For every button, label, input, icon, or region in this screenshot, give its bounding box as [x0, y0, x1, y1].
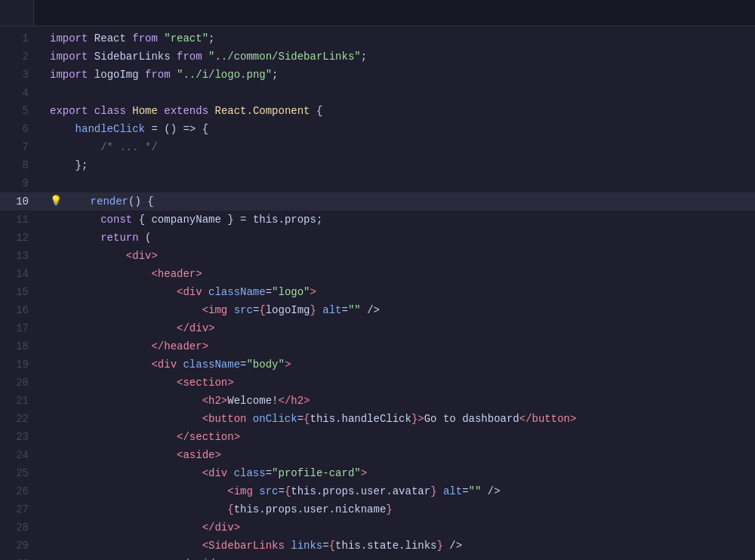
code-line: handleClick = () => {	[38, 120, 755, 138]
token-plain	[246, 410, 252, 428]
line-number: 4	[0, 84, 38, 102]
line-number: 9	[0, 174, 38, 192]
code-line: import SidebarLinks from "../common/Side…	[38, 48, 755, 66]
token-attr: src	[234, 301, 253, 319]
token-brace: {	[259, 301, 265, 319]
code-line: </section>	[38, 428, 755, 446]
line-number: 15	[0, 283, 38, 301]
token-fn: handleClick	[76, 120, 145, 138]
code-content[interactable]: import React from "react";import Sidebar…	[38, 26, 755, 560]
line-number: 2	[0, 48, 38, 66]
token-cm: /* ... */	[100, 138, 158, 156]
token-plain	[50, 555, 177, 560]
token-kw: class	[94, 102, 126, 120]
token-tag: </div	[202, 518, 234, 537]
token-attr: alt	[322, 301, 341, 319]
token-plain: = () => {	[145, 120, 208, 138]
token-attr: className	[208, 283, 266, 301]
token-tag: <div	[177, 283, 202, 301]
token-tag: >	[214, 446, 220, 464]
code-line: export class Home extends React.Componen…	[38, 102, 755, 120]
token-attr: className	[183, 355, 240, 374]
token-tag: <button	[202, 410, 247, 428]
token-plain	[50, 537, 202, 555]
line-number: 10	[0, 192, 38, 211]
token-str: "react"	[164, 29, 208, 48]
token-tag: <aside	[177, 446, 214, 464]
token-plain	[208, 102, 214, 120]
token-tag: </header	[151, 337, 202, 355]
token-kw: const	[100, 211, 132, 229]
token-plain	[227, 464, 233, 482]
token-plain	[158, 29, 164, 48]
token-plain	[50, 410, 202, 428]
token-str: "../common/SidebarLinks"	[208, 48, 361, 66]
token-attr: onClick	[253, 410, 297, 428]
line-number: 19	[0, 355, 38, 374]
code-line: <div>	[38, 247, 755, 265]
code-line: /* ... */	[38, 138, 755, 156]
code-line: import React from "react";	[38, 29, 755, 48]
token-plain	[50, 500, 227, 518]
line-number: 21	[0, 392, 38, 410]
token-tag: >	[361, 464, 367, 482]
token-plain: =	[240, 355, 246, 374]
line-number: 14	[0, 265, 38, 283]
token-plain: this.handleClick	[310, 410, 411, 428]
token-plain: Go to dashboard	[424, 410, 519, 428]
token-plain: =	[266, 283, 272, 301]
code-line: <div className="logo">	[38, 283, 755, 301]
token-plain	[50, 247, 126, 265]
token-plain: =	[278, 482, 284, 500]
token-plain: this.props.user.nickname	[234, 500, 387, 518]
line-number: 13	[0, 247, 38, 265]
code-line: const { companyName } = this.props;	[38, 211, 755, 229]
token-plain	[285, 537, 291, 555]
token-plain	[50, 337, 151, 355]
token-plain: Welcome!	[227, 392, 278, 410]
line-number: 16	[0, 301, 38, 319]
token-tag: <div	[202, 464, 228, 482]
code-line: <div class="profile-card">	[38, 464, 755, 482]
token-tag: >	[285, 355, 291, 374]
code-line: {this.props.user.nickname}	[38, 500, 755, 518]
token-tag: >	[304, 392, 310, 410]
code-line: <aside>	[38, 446, 755, 464]
file-tab[interactable]	[0, 0, 34, 26]
token-tag: <div	[126, 247, 152, 265]
token-str: ""	[348, 301, 361, 319]
code-line: <SidebarLinks links={this.state.links} /…	[38, 537, 755, 555]
token-plain: .	[247, 102, 253, 120]
token-plain: this	[253, 211, 279, 229]
token-class-name: React	[214, 102, 246, 120]
token-kw: import	[50, 29, 88, 48]
line-number: 26	[0, 482, 38, 500]
token-tag: >	[234, 428, 240, 446]
code-line: <img src={logoImg} alt="" />	[38, 301, 755, 319]
token-plain: (	[139, 229, 152, 247]
line-number: 3	[0, 66, 38, 84]
line-number: 27	[0, 500, 38, 518]
token-plain	[50, 392, 202, 410]
token-tag: </button	[519, 410, 570, 428]
line-number: 29	[0, 537, 38, 555]
code-area: 1234567891011121314151617181920212223242…	[0, 26, 755, 560]
lightbulb-icon[interactable]: 💡	[50, 192, 62, 211]
token-brace: }	[411, 410, 418, 428]
token-plain	[50, 464, 202, 482]
token-plain	[158, 102, 164, 120]
token-kw: from	[177, 48, 202, 66]
token-plain: this.props.user.avatar	[291, 482, 430, 500]
line-number: 8	[0, 156, 38, 174]
line-number: 5	[0, 102, 38, 120]
token-tag: >	[570, 410, 576, 428]
token-tag: >	[221, 555, 227, 560]
code-line: </div>	[38, 518, 755, 537]
token-plain	[50, 265, 151, 283]
code-line	[38, 84, 755, 102]
token-tag: >	[418, 410, 424, 428]
token-brace: {	[285, 482, 291, 500]
token-plain	[50, 355, 151, 374]
token-tag: <img	[227, 482, 253, 500]
line-number: 25	[0, 464, 38, 482]
